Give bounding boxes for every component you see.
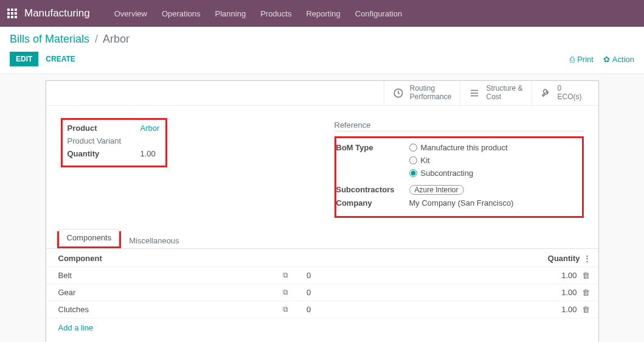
reference-label: Reference [334,120,584,131]
app-title: Manufacturing [24,7,90,19]
stat-ecos[interactable]: 0ECO(s) [531,81,598,105]
component-name: Clutches [58,305,89,314]
create-button[interactable]: CREATE [46,55,75,63]
nav-planning[interactable]: Planning [208,9,254,18]
control-panel: Bills of Materials / Arbor EDIT CREATE ⎙… [0,27,644,74]
breadcrumb-leaf: Arbor [103,33,130,45]
stat-routing-performance[interactable]: RoutingPerformance [384,81,460,105]
zero-col: 0 [294,284,339,301]
apps-icon[interactable] [7,9,17,18]
radio-subcontracting-label: Subcontracting [421,169,474,178]
product-value[interactable]: Arbor [140,124,160,133]
qty-value: 1.00 [561,288,576,297]
clock-icon [393,88,404,99]
stat-buttons: RoutingPerformance Structure &Cost 0ECO(… [46,81,598,106]
radio-kit-label: Kit [421,156,430,165]
subcontractor-tag[interactable]: Azure Interior [409,185,464,195]
trash-icon[interactable]: 🗑 [582,288,590,297]
highlight-right: BoM Type Manufacture this product Kit [334,136,584,218]
copy-icon[interactable]: ⧉ [283,288,288,296]
highlight-left: Product Arbor Product Variant Quantity 1… [61,118,167,167]
zero-col: 0 [294,301,339,318]
nav-products[interactable]: Products [253,9,299,18]
components-table: Component Quantity ⋮ Belt⧉01.00🗑Gear⧉01.… [46,249,598,319]
top-nav: Overview Operations Planning Products Re… [107,9,409,18]
kebab-icon[interactable]: ⋮ [583,254,591,263]
nav-configuration[interactable]: Configuration [348,9,409,18]
stat-structure-cost[interactable]: Structure &Cost [460,81,531,105]
radio-kit[interactable] [409,156,417,164]
breadcrumb: Bills of Materials / Arbor [10,33,634,46]
wrench-icon [541,88,552,99]
table-row[interactable]: Clutches⧉01.00🗑 [46,301,598,318]
company-value: My Company (San Francisco) [409,198,514,208]
highlight-tab: Components [57,231,122,248]
action-dropdown[interactable]: ✿ Action [603,55,634,64]
copy-icon[interactable]: ⧉ [283,271,288,279]
radio-manufacture-label: Manufacture this product [421,143,508,152]
col-quantity: Quantity ⋮ [339,249,598,267]
copy-icon[interactable]: ⧉ [283,305,288,313]
tab-miscellaneous[interactable]: Miscellaneous [121,232,187,249]
zero-col: 0 [294,267,339,284]
qty-value: 1.00 [561,271,576,280]
table-row[interactable]: Belt⧉01.00🗑 [46,267,598,284]
variant-label: Product Variant [68,136,140,145]
bom-type-label: BoM Type [336,143,409,152]
print-action[interactable]: ⎙ Print [570,55,594,64]
company-label: Company [336,198,409,208]
quantity-label: Quantity [68,149,140,158]
component-name: Gear [58,288,76,297]
nav-overview[interactable]: Overview [107,9,154,18]
tabs: Components Miscellaneous [46,231,598,249]
form-sheet: RoutingPerformance Structure &Cost 0ECO(… [46,80,599,342]
component-name: Belt [58,271,72,280]
gear-icon: ✿ [603,55,610,64]
qty-value: 1.00 [561,305,576,314]
radio-manufacture[interactable] [409,144,417,152]
print-icon: ⎙ [570,55,575,64]
subcontractors-label: Subcontractors [336,185,409,194]
list-icon [469,88,480,99]
breadcrumb-sep: / [95,33,98,45]
nav-operations[interactable]: Operations [154,9,208,18]
tab-components[interactable]: Components [59,229,120,246]
add-line[interactable]: Add a line [46,318,598,337]
radio-subcontracting[interactable] [409,169,417,177]
breadcrumb-root[interactable]: Bills of Materials [10,33,89,45]
trash-icon[interactable]: 🗑 [582,305,590,314]
nav-reporting[interactable]: Reporting [299,9,347,18]
table-row[interactable]: Gear⧉01.00🗑 [46,284,598,301]
trash-icon[interactable]: 🗑 [582,271,590,280]
quantity-value: 1.00 [140,149,156,158]
col-component: Component [46,249,295,267]
topbar: Manufacturing Overview Operations Planni… [0,0,644,27]
edit-button[interactable]: EDIT [10,52,38,66]
product-label: Product [68,124,140,133]
